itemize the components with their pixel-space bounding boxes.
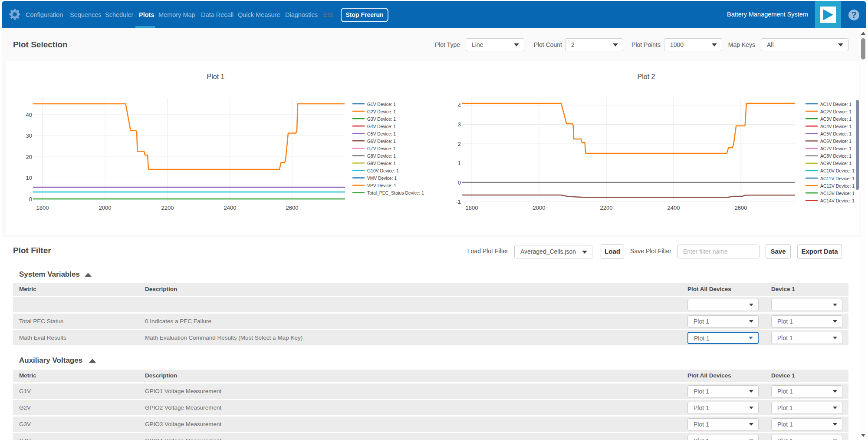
svg-text:30: 30 xyxy=(26,132,32,139)
svg-text:AC12V Device: 1: AC12V Device: 1 xyxy=(820,183,855,189)
svg-text:VMV Device: 1: VMV Device: 1 xyxy=(367,175,397,181)
svg-text:AC7V Device: 1: AC7V Device: 1 xyxy=(820,146,852,151)
svg-text:Total_PEC_Status Device: 1: Total_PEC_Status Device: 1 xyxy=(367,190,424,195)
svg-text:AC3V Device: 1: AC3V Device: 1 xyxy=(820,116,852,122)
svg-text:AC14V Device: 1: AC14V Device: 1 xyxy=(820,198,855,203)
svg-text:2400: 2400 xyxy=(224,205,237,211)
svg-text:1: 1 xyxy=(458,160,461,166)
svg-text:1800: 1800 xyxy=(466,205,478,211)
svg-text:G6V Device: 1: G6V Device: 1 xyxy=(367,139,396,144)
svg-text:AC4V Device: 1: AC4V Device: 1 xyxy=(820,124,852,129)
svg-text:4: 4 xyxy=(458,102,461,109)
svg-text:2600: 2600 xyxy=(286,205,299,211)
svg-text:AC5V Device: 1: AC5V Device: 1 xyxy=(820,131,852,136)
svg-text:AC6V Device: 1: AC6V Device: 1 xyxy=(820,139,852,144)
svg-text:G2V Device: 1: G2V Device: 1 xyxy=(367,109,396,114)
svg-text:AC13V Device: 1: AC13V Device: 1 xyxy=(820,191,855,196)
svg-text:VPV Device: 1: VPV Device: 1 xyxy=(367,183,396,188)
svg-text:G9V Device: 1: G9V Device: 1 xyxy=(367,161,396,166)
svg-text:2: 2 xyxy=(458,141,461,147)
svg-text:2200: 2200 xyxy=(161,205,174,211)
svg-text:0: 0 xyxy=(458,179,461,186)
svg-text:G7V Device: 1: G7V Device: 1 xyxy=(367,146,396,151)
svg-text:AC11V Device: 1: AC11V Device: 1 xyxy=(820,176,855,181)
svg-text:1800: 1800 xyxy=(36,205,49,211)
svg-text:3: 3 xyxy=(458,121,461,128)
svg-text:2400: 2400 xyxy=(667,205,680,211)
svg-text:Plot 2: Plot 2 xyxy=(638,73,655,80)
svg-text:20: 20 xyxy=(26,154,32,160)
svg-text:AC1V Device: 1: AC1V Device: 1 xyxy=(820,102,852,107)
svg-text:G10V Device: 1: G10V Device: 1 xyxy=(367,168,399,173)
svg-text:AC8V Device: 1: AC8V Device: 1 xyxy=(820,153,852,159)
svg-text:40: 40 xyxy=(26,112,32,118)
svg-text:G4V Device: 1: G4V Device: 1 xyxy=(367,124,396,129)
svg-text:AC2V Device: 1: AC2V Device: 1 xyxy=(820,109,852,114)
svg-text:G3V Device: 1: G3V Device: 1 xyxy=(367,116,396,122)
svg-text:10: 10 xyxy=(26,175,32,181)
svg-text:2000: 2000 xyxy=(533,205,546,211)
svg-text:-1: -1 xyxy=(456,198,461,205)
svg-text:2200: 2200 xyxy=(600,205,613,211)
svg-text:2000: 2000 xyxy=(99,205,112,211)
svg-text:0: 0 xyxy=(29,196,32,202)
svg-text:2600: 2600 xyxy=(735,205,747,211)
svg-text:AC10V Device: 1: AC10V Device: 1 xyxy=(820,168,855,173)
svg-text:AC9V Device: 1: AC9V Device: 1 xyxy=(820,161,852,166)
svg-text:G8V Device: 1: G8V Device: 1 xyxy=(367,153,396,159)
svg-text:G5V Device: 1: G5V Device: 1 xyxy=(367,131,396,136)
svg-text:G1V Device: 1: G1V Device: 1 xyxy=(367,102,396,107)
svg-text:Plot 1: Plot 1 xyxy=(207,73,225,80)
